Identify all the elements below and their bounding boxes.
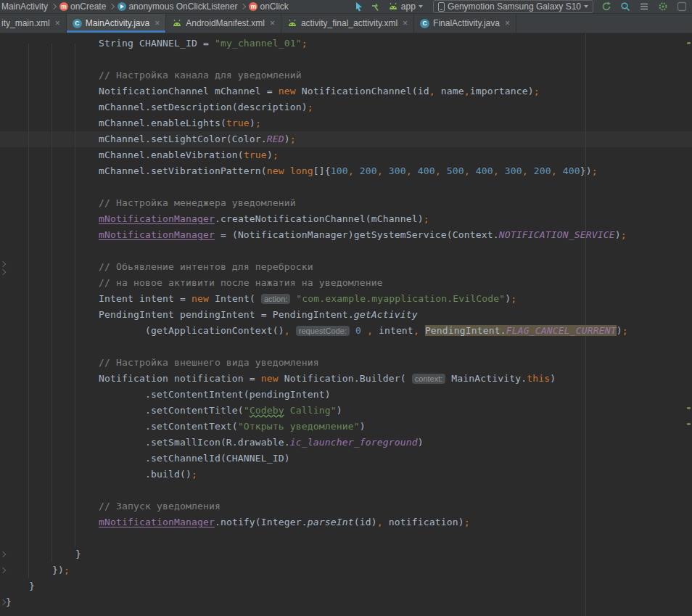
code-line[interactable]: // на новое активити после нажатия на ув…: [6, 275, 628, 291]
code-token: [412, 165, 418, 176]
tab-label: AndroidManifest.xml: [186, 18, 265, 28]
code-line[interactable]: String CHANNEL_ID = "my_channel_01";: [6, 36, 628, 52]
close-icon[interactable]: ×: [55, 19, 60, 28]
code-line[interactable]: (getApplicationContext(), requestCode: 0…: [6, 323, 628, 339]
code-line[interactable]: // Настройка канала для уведомлений: [6, 67, 628, 83]
code-line[interactable]: mChannel.enableLights(true);: [6, 115, 628, 131]
code-line[interactable]: Intent intent = new Intent( action: "com…: [6, 291, 628, 307]
code-line[interactable]: [6, 530, 628, 546]
code-token: ;: [308, 102, 313, 112]
pointer-mode-button[interactable]: [352, 0, 366, 13]
code-token: .createNotificationChannel(mChannel): [215, 213, 424, 224]
code-token: 100: [331, 165, 348, 176]
editor[interactable]: String CHANNEL_ID = "my_channel_01"; // …: [0, 33, 692, 616]
code-token: notification): [383, 517, 464, 527]
error-stripe-mark[interactable]: [687, 423, 691, 425]
fold-marker-icon[interactable]: [0, 567, 6, 573]
fold-marker-icon[interactable]: [0, 551, 6, 557]
code-line[interactable]: });: [6, 562, 628, 578]
close-icon[interactable]: ×: [270, 19, 275, 28]
code-token: "com.example.myapplication.EvilCode": [296, 293, 505, 304]
code-line[interactable]: mChannel.setDescription(description);: [6, 99, 628, 115]
fold-marker-icon[interactable]: [0, 269, 6, 275]
code-token: ,: [464, 86, 470, 96]
code-line[interactable]: mChannel.setVibrationPattern(new long[]{…: [6, 163, 628, 179]
code-line[interactable]: .setChannelId(CHANNEL_ID): [6, 451, 628, 467]
code-token: (getApplicationContext(): [6, 325, 284, 336]
tab-activity-main-xml[interactable]: ity_main.xml ×: [0, 14, 67, 33]
code-token: ): [267, 149, 273, 160]
code-line[interactable]: .build();: [6, 467, 628, 482]
more-actions-button[interactable]: [675, 0, 689, 13]
code-line[interactable]: Notification notification = new Notifica…: [6, 371, 628, 387]
code-line[interactable]: mChannel.enableVibration(true);: [6, 147, 628, 163]
code-token: ,: [348, 165, 354, 176]
code-line[interactable]: [6, 52, 628, 67]
code-line[interactable]: NotificationChannel mChannel = new Notif…: [6, 83, 628, 99]
close-icon[interactable]: ×: [155, 19, 160, 28]
code-line[interactable]: // Запуск уведомления: [6, 498, 628, 514]
code-token: 400: [563, 165, 580, 176]
code-token: ): [360, 421, 366, 432]
code-line[interactable]: // Настройка менеджера уведомлений: [6, 195, 628, 211]
tab-mainactivity-java[interactable]: C MainActivity.java ×: [67, 14, 167, 33]
close-icon[interactable]: ×: [505, 19, 510, 28]
code-line[interactable]: [6, 482, 628, 498]
code-line[interactable]: [6, 243, 628, 259]
settings-button[interactable]: [656, 0, 670, 13]
code-token: true: [244, 149, 267, 160]
breadcrumb-item-anonymous-listener[interactable]: anonymous OnClickListener: [128, 1, 237, 12]
tab-androidmanifest-xml[interactable]: AndroidManifest.xml ×: [166, 14, 281, 33]
run-configuration-selector[interactable]: app: [384, 1, 427, 12]
code-line[interactable]: mNotificationManager = (NotificationMana…: [6, 227, 628, 243]
code-line[interactable]: }: [6, 546, 628, 562]
fold-marker-icon[interactable]: [0, 261, 6, 267]
run-configuration-label: app: [401, 1, 416, 12]
navigation-bar: MainActivity m onCreate anonymous OnClic…: [0, 0, 692, 14]
breadcrumb-item-oncreate[interactable]: onCreate: [70, 1, 106, 12]
code-line[interactable]: }: [6, 578, 628, 594]
code-line[interactable]: [6, 179, 628, 195]
error-stripe-mark[interactable]: [687, 42, 691, 44]
code-line[interactable]: [6, 339, 628, 355]
code-line[interactable]: .setContentText("Открыть уведомление"): [6, 419, 628, 435]
search-button[interactable]: [618, 0, 633, 13]
code-line[interactable]: // Обьявление интентов для переброски: [6, 259, 628, 275]
code-token: ,: [367, 325, 373, 336]
breadcrumb-item-class[interactable]: MainActivity: [1, 1, 48, 12]
tab-finalacttivity-java[interactable]: C FinalActtivity.java ×: [414, 14, 516, 33]
code-token: PendingIntent.: [425, 325, 506, 336]
event-log-button[interactable]: [637, 0, 651, 13]
code-token: [528, 165, 534, 176]
code-token: new: [261, 373, 279, 384]
phone-icon: [438, 2, 445, 12]
code-line[interactable]: mNotificationManager.createNotificationC…: [6, 211, 628, 227]
build-project-button[interactable]: [368, 0, 382, 13]
code-line[interactable]: .setSmallIcon(R.drawable.ic_launcher_for…: [6, 435, 628, 451]
code-token: Intent(: [209, 293, 261, 304]
code-token: // Настройка менеджера уведомлений: [6, 197, 296, 208]
sync-project-button[interactable]: [599, 0, 614, 13]
code-token: ,: [493, 165, 499, 176]
code-line[interactable]: .setContentTitle("Codeby Calling"): [6, 403, 628, 419]
fold-marker-icon[interactable]: [0, 599, 6, 605]
code-token: this: [527, 373, 550, 384]
code-line[interactable]: // Настройка внешнего вида уведомления: [6, 355, 628, 371]
breadcrumb-item-onclick[interactable]: onClick: [260, 1, 288, 12]
code-token: .setContentIntent(pendingIntent): [6, 389, 331, 400]
error-stripe-mark[interactable]: [687, 407, 691, 409]
code-token: }: [6, 596, 12, 607]
code-line[interactable]: }: [6, 594, 628, 610]
code-line[interactable]: .setContentIntent(pendingIntent): [6, 387, 628, 403]
close-icon[interactable]: ×: [403, 19, 408, 28]
tab-activity-final-acttivity-xml[interactable]: activity_final_acttivity.xml ×: [281, 14, 414, 33]
android-icon: [287, 19, 297, 28]
code-token: // на новое активити после нажатия на ув…: [6, 277, 383, 288]
code-line[interactable]: mNotificationManager.notify(Integer.pars…: [6, 514, 628, 530]
device-selector[interactable]: Genymotion Samsung Galaxy S10: [433, 0, 593, 13]
code-token: Intent intent =: [6, 293, 191, 304]
code-token: mChannel.setLightColor(Color.: [6, 134, 267, 144]
code-line[interactable]: mChannel.setLightColor(Color.RED);: [6, 131, 628, 147]
code-token: mChannel.setDescription(description): [6, 102, 308, 112]
code-line[interactable]: PendingIntent pendingIntent = PendingInt…: [6, 307, 628, 323]
